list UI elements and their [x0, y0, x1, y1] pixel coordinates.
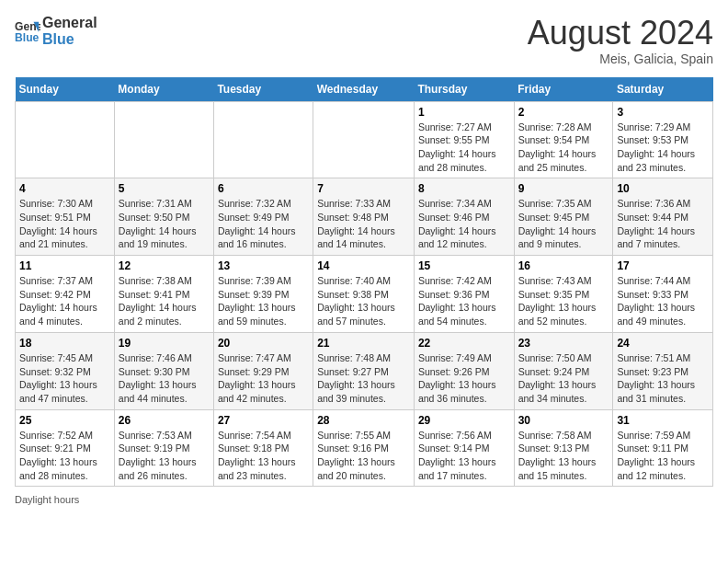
calendar-cell: 4Sunrise: 7:30 AM Sunset: 9:51 PM Daylig… — [16, 178, 115, 256]
day-info: Sunrise: 7:36 AM Sunset: 9:44 PM Dayligh… — [617, 197, 709, 251]
day-info: Sunrise: 7:42 AM Sunset: 9:36 PM Dayligh… — [418, 274, 510, 328]
day-header-wednesday: Wednesday — [313, 77, 415, 102]
day-info: Sunrise: 7:43 AM Sunset: 9:35 PM Dayligh… — [518, 274, 609, 328]
title-block: August 2024 Meis, Galicia, Spain — [528, 15, 713, 66]
day-header-tuesday: Tuesday — [213, 77, 313, 102]
day-number: 17 — [617, 259, 709, 272]
calendar-cell — [16, 101, 115, 178]
calendar-cell: 10Sunrise: 7:36 AM Sunset: 9:44 PM Dayli… — [613, 178, 713, 256]
day-number: 28 — [317, 414, 410, 427]
calendar-cell: 21Sunrise: 7:48 AM Sunset: 9:27 PM Dayli… — [313, 332, 415, 409]
calendar-cell: 14Sunrise: 7:40 AM Sunset: 9:38 PM Dayli… — [313, 256, 415, 333]
logo: General Blue General Blue — [15, 15, 97, 47]
calendar-cell: 20Sunrise: 7:47 AM Sunset: 9:29 PM Dayli… — [213, 332, 313, 409]
calendar-cell: 25Sunrise: 7:52 AM Sunset: 9:21 PM Dayli… — [16, 409, 115, 487]
day-number: 21 — [317, 337, 410, 350]
day-info: Sunrise: 7:54 AM Sunset: 9:18 PM Dayligh… — [218, 429, 309, 483]
day-info: Sunrise: 7:59 AM Sunset: 9:11 PM Dayligh… — [617, 429, 709, 483]
calendar-cell: 13Sunrise: 7:39 AM Sunset: 9:39 PM Dayli… — [213, 256, 313, 333]
day-info: Sunrise: 7:39 AM Sunset: 9:39 PM Dayligh… — [218, 274, 309, 328]
day-number: 6 — [218, 182, 309, 195]
day-number: 24 — [617, 337, 709, 350]
day-info: Sunrise: 7:50 AM Sunset: 9:24 PM Dayligh… — [518, 351, 609, 406]
svg-text:Blue: Blue — [15, 31, 40, 44]
calendar-week-row: 18Sunrise: 7:45 AM Sunset: 9:32 PM Dayli… — [16, 332, 713, 409]
day-number: 22 — [418, 337, 510, 350]
day-info: Sunrise: 7:47 AM Sunset: 9:29 PM Dayligh… — [218, 351, 309, 406]
calendar-cell: 16Sunrise: 7:43 AM Sunset: 9:35 PM Dayli… — [514, 256, 613, 333]
calendar-cell: 23Sunrise: 7:50 AM Sunset: 9:24 PM Dayli… — [514, 332, 613, 409]
day-number: 8 — [418, 182, 510, 195]
day-number: 3 — [617, 106, 709, 119]
day-info: Sunrise: 7:51 AM Sunset: 9:23 PM Dayligh… — [617, 351, 709, 406]
day-number: 2 — [518, 106, 609, 119]
day-number: 18 — [19, 337, 110, 350]
day-info: Sunrise: 7:34 AM Sunset: 9:46 PM Dayligh… — [418, 197, 510, 251]
calendar-cell: 28Sunrise: 7:55 AM Sunset: 9:16 PM Dayli… — [313, 409, 415, 487]
day-info: Sunrise: 7:52 AM Sunset: 9:21 PM Dayligh… — [19, 429, 110, 483]
calendar-cell: 5Sunrise: 7:31 AM Sunset: 9:50 PM Daylig… — [114, 178, 213, 256]
day-info: Sunrise: 7:31 AM Sunset: 9:50 PM Dayligh… — [119, 197, 210, 251]
day-header-monday: Monday — [114, 77, 213, 102]
day-number: 1 — [418, 106, 510, 119]
day-number: 7 — [317, 182, 410, 195]
calendar-cell: 31Sunrise: 7:59 AM Sunset: 9:11 PM Dayli… — [613, 409, 713, 487]
calendar-cell: 22Sunrise: 7:49 AM Sunset: 9:26 PM Dayli… — [414, 332, 514, 409]
calendar-week-row: 4Sunrise: 7:30 AM Sunset: 9:51 PM Daylig… — [16, 178, 713, 256]
day-number: 10 — [617, 182, 709, 195]
day-info: Sunrise: 7:40 AM Sunset: 9:38 PM Dayligh… — [317, 274, 410, 328]
day-info: Sunrise: 7:37 AM Sunset: 9:42 PM Dayligh… — [19, 274, 110, 328]
day-info: Sunrise: 7:58 AM Sunset: 9:13 PM Dayligh… — [518, 429, 609, 483]
day-info: Sunrise: 7:53 AM Sunset: 9:19 PM Dayligh… — [119, 429, 210, 483]
day-number: 15 — [418, 259, 510, 272]
day-number: 4 — [19, 182, 110, 195]
day-number: 13 — [218, 259, 309, 272]
calendar-cell: 8Sunrise: 7:34 AM Sunset: 9:46 PM Daylig… — [414, 178, 514, 256]
day-number: 20 — [218, 337, 309, 350]
daylight-label: Daylight hours — [15, 494, 79, 505]
calendar-cell: 11Sunrise: 7:37 AM Sunset: 9:42 PM Dayli… — [16, 256, 115, 333]
day-number: 29 — [418, 414, 510, 427]
day-number: 30 — [518, 414, 609, 427]
day-number: 11 — [19, 259, 110, 272]
calendar-cell: 12Sunrise: 7:38 AM Sunset: 9:41 PM Dayli… — [114, 256, 213, 333]
calendar-cell: 19Sunrise: 7:46 AM Sunset: 9:30 PM Dayli… — [114, 332, 213, 409]
month-year-title: August 2024 — [528, 15, 713, 52]
day-header-sunday: Sunday — [16, 77, 115, 102]
calendar-week-row: 25Sunrise: 7:52 AM Sunset: 9:21 PM Dayli… — [16, 409, 713, 487]
calendar-cell: 24Sunrise: 7:51 AM Sunset: 9:23 PM Dayli… — [613, 332, 713, 409]
day-number: 26 — [119, 414, 210, 427]
calendar-cell — [213, 101, 313, 178]
calendar-week-row: 1Sunrise: 7:27 AM Sunset: 9:55 PM Daylig… — [16, 101, 713, 178]
day-number: 23 — [518, 337, 609, 350]
day-header-saturday: Saturday — [613, 77, 713, 102]
day-info: Sunrise: 7:46 AM Sunset: 9:30 PM Dayligh… — [119, 351, 210, 406]
calendar-cell: 30Sunrise: 7:58 AM Sunset: 9:13 PM Dayli… — [514, 409, 613, 487]
logo-blue: Blue — [42, 31, 97, 48]
day-info: Sunrise: 7:55 AM Sunset: 9:16 PM Dayligh… — [317, 429, 410, 483]
calendar-cell: 29Sunrise: 7:56 AM Sunset: 9:14 PM Dayli… — [414, 409, 514, 487]
calendar-cell: 3Sunrise: 7:29 AM Sunset: 9:53 PM Daylig… — [613, 101, 713, 178]
footer-note: Daylight hours — [15, 494, 713, 505]
calendar-cell: 17Sunrise: 7:44 AM Sunset: 9:33 PM Dayli… — [613, 256, 713, 333]
calendar-cell: 7Sunrise: 7:33 AM Sunset: 9:48 PM Daylig… — [313, 178, 415, 256]
logo-icon: General Blue — [15, 18, 40, 44]
day-info: Sunrise: 7:49 AM Sunset: 9:26 PM Dayligh… — [418, 351, 510, 406]
day-header-friday: Friday — [514, 77, 613, 102]
calendar-cell: 18Sunrise: 7:45 AM Sunset: 9:32 PM Dayli… — [16, 332, 115, 409]
calendar-cell — [313, 101, 415, 178]
day-number: 25 — [19, 414, 110, 427]
day-number: 14 — [317, 259, 410, 272]
day-number: 16 — [518, 259, 609, 272]
day-info: Sunrise: 7:33 AM Sunset: 9:48 PM Dayligh… — [317, 197, 410, 251]
day-number: 9 — [518, 182, 609, 195]
calendar-cell: 26Sunrise: 7:53 AM Sunset: 9:19 PM Dayli… — [114, 409, 213, 487]
day-number: 19 — [119, 337, 210, 350]
calendar-cell — [114, 101, 213, 178]
day-info: Sunrise: 7:30 AM Sunset: 9:51 PM Dayligh… — [19, 197, 110, 251]
day-info: Sunrise: 7:28 AM Sunset: 9:54 PM Dayligh… — [518, 121, 609, 175]
calendar-table: SundayMondayTuesdayWednesdayThursdayFrid… — [15, 77, 713, 488]
day-info: Sunrise: 7:27 AM Sunset: 9:55 PM Dayligh… — [418, 121, 510, 175]
calendar-cell: 27Sunrise: 7:54 AM Sunset: 9:18 PM Dayli… — [213, 409, 313, 487]
day-info: Sunrise: 7:45 AM Sunset: 9:32 PM Dayligh… — [19, 351, 110, 406]
